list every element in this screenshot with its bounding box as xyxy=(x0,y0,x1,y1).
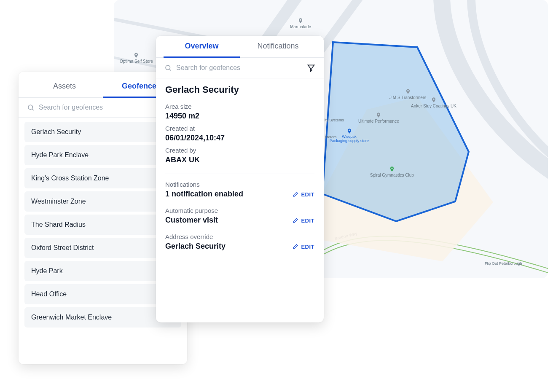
pencil-icon xyxy=(292,244,298,250)
tab-notifications[interactable]: Notifications xyxy=(240,36,316,57)
address-value: Gerlach Security xyxy=(165,242,225,251)
address-label: Address override xyxy=(165,233,225,240)
map-poi-wisepak[interactable]: Wisepak Packaging supply store xyxy=(330,127,369,143)
map-poi-flip[interactable]: Flip Out Peterborough xyxy=(485,261,522,266)
edit-purpose-button[interactable]: EDIT xyxy=(292,217,314,225)
geofence-detail-panel: Overview Notifications Gerlach Security … xyxy=(156,36,324,322)
created-by-label: Created by xyxy=(165,147,314,154)
map-poi-label: Flip Out Peterborough xyxy=(485,261,522,266)
map-poi-optima[interactable]: Optima Self Store xyxy=(120,51,153,64)
created-at-value: 06/01/2024,10:47 xyxy=(165,134,314,142)
detail-search-row xyxy=(156,58,324,78)
created-by-value: ABAX UK xyxy=(165,156,314,164)
detail-search-input[interactable] xyxy=(176,64,303,72)
divider xyxy=(165,174,314,174)
map-poi-marmalade[interactable]: Marmalade xyxy=(290,17,311,29)
geofence-title: Gerlach Security xyxy=(165,80,314,99)
tab-assets[interactable]: Assets xyxy=(26,76,103,97)
area-size-label: Area size xyxy=(165,103,314,110)
map-poi-anker[interactable]: Anker Stuy Coatings UK xyxy=(411,96,456,108)
map-poi-label: Anker Stuy Coatings UK xyxy=(411,104,456,108)
svg-point-4 xyxy=(166,65,170,70)
map-poi-label: Ultimate Performance xyxy=(358,119,399,124)
created-at-label: Created at xyxy=(165,125,314,132)
filter-icon[interactable] xyxy=(307,64,315,72)
map-poi-systems: ity Systems xyxy=(325,118,344,122)
notifications-value: 1 notification enabled xyxy=(165,190,243,199)
map-poi-label: ity Systems xyxy=(325,118,344,122)
edit-address-button[interactable]: EDIT xyxy=(292,244,314,251)
purpose-value: Customer visit xyxy=(165,216,218,225)
tab-overview[interactable]: Overview xyxy=(164,36,240,57)
purpose-label: Automatic purpose xyxy=(165,207,218,214)
map-poi-sublabel: Packaging supply store xyxy=(330,139,369,143)
area-size-value: 14950 m2 xyxy=(165,112,314,121)
map-poi-label: Optima Self Store xyxy=(120,59,153,64)
map-poi-label: Marmalade xyxy=(290,24,311,29)
svg-point-2 xyxy=(28,105,33,110)
svg-line-3 xyxy=(32,109,33,110)
search-icon xyxy=(164,64,172,72)
search-icon xyxy=(27,104,35,111)
detail-tabs: Overview Notifications xyxy=(156,36,324,58)
svg-line-5 xyxy=(169,69,171,70)
pencil-icon xyxy=(292,191,298,198)
edit-notifications-button[interactable]: EDIT xyxy=(292,191,314,199)
map-poi-ultimate[interactable]: Ultimate Performance xyxy=(358,111,399,124)
svg-marker-6 xyxy=(308,65,314,71)
map-poi-label: Spiral Gymnastics Club xyxy=(370,173,414,177)
pencil-icon xyxy=(292,217,298,224)
map-poi-spiral[interactable]: Spiral Gymnastics Club xyxy=(370,165,414,177)
notifications-label: Notifications xyxy=(165,181,243,188)
